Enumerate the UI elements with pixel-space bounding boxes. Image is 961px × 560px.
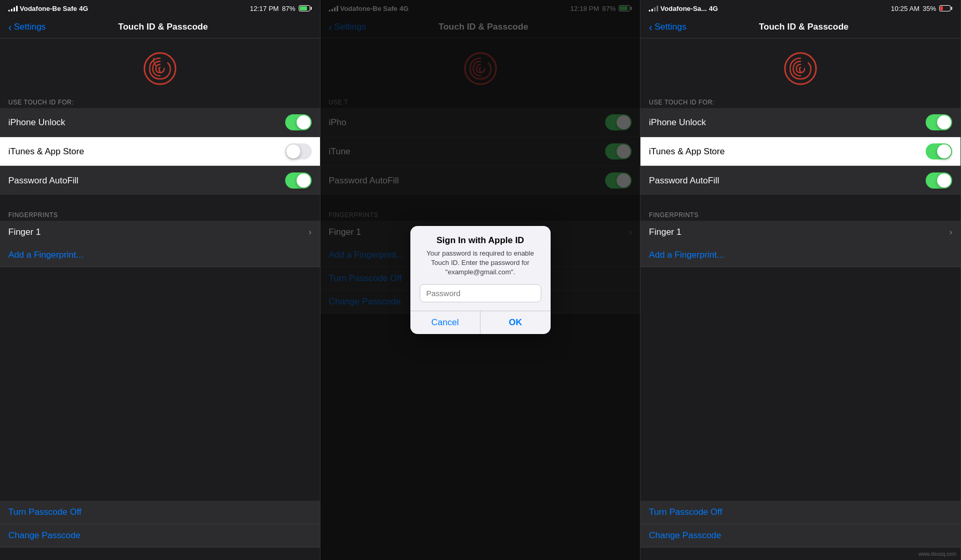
spacer-1 <box>0 267 320 501</box>
turn-passcode-off-label-3[interactable]: Turn Passcode Off <box>649 507 722 517</box>
finger1-chevron-icon-3: › <box>950 228 952 237</box>
password-autofill-row-3[interactable]: Password AutoFill <box>640 166 960 195</box>
nav-bar-3: ‹ Settings Touch ID & Passcode <box>640 16 960 38</box>
add-fingerprint-label-1[interactable]: Add a Fingerprint... <box>8 250 84 260</box>
battery-percent: 87% <box>282 5 296 12</box>
change-passcode-row-3[interactable]: Change Passcode <box>640 524 960 548</box>
battery-percent-3: 35% <box>923 5 936 12</box>
change-passcode-label-1[interactable]: Change Passcode <box>8 530 81 541</box>
finger1-label-3: Finger 1 <box>649 227 681 237</box>
divider-1a <box>0 195 320 207</box>
divider-3a <box>640 195 960 207</box>
password-autofill-label-1: Password AutoFill <box>8 176 78 186</box>
fingerprint-icon-3 <box>783 51 818 86</box>
fingerprints-group-1: Finger 1 › <box>0 221 320 244</box>
turn-passcode-off-row-3[interactable]: Turn Passcode Off <box>640 501 960 524</box>
itunes-appstore-label-1: iTunes & App Store <box>8 146 84 157</box>
nav-title-1: Touch ID & Passcode <box>15 22 312 32</box>
password-autofill-toggle-3[interactable] <box>926 172 952 189</box>
modal-buttons: Cancel OK <box>410 311 551 334</box>
signal-icon <box>8 5 18 11</box>
sign-in-modal: Sign In with Apple ID Your password is r… <box>410 226 551 335</box>
finger1-label-1: Finger 1 <box>8 227 41 237</box>
status-left-3: Vodafone-Sa... 4G <box>649 5 718 12</box>
status-right-1: 12:17 PM 87% <box>250 5 312 12</box>
back-chevron-icon: ‹ <box>8 22 12 32</box>
network-label-3: 4G <box>709 5 718 12</box>
itunes-appstore-toggle-3[interactable] <box>926 143 952 159</box>
touchid-container-3 <box>640 38 960 95</box>
modal-message: Your password is required to enable Touc… <box>420 249 541 277</box>
battery-icon-3 <box>939 5 952 11</box>
network-label: 4G <box>79 5 88 12</box>
turn-passcode-off-label-1[interactable]: Turn Passcode Off <box>8 507 82 517</box>
change-passcode-label-3[interactable]: Change Passcode <box>649 530 721 541</box>
signal-icon-3 <box>649 5 658 11</box>
spacer-3 <box>640 267 960 501</box>
finger1-row-3[interactable]: Finger 1 › <box>640 221 960 244</box>
itunes-appstore-label-3: iTunes & App Store <box>649 146 725 157</box>
nav-title-3: Touch ID & Passcode <box>655 22 952 32</box>
settings-group-1: iPhone Unlock iTunes & App Store Passwor… <box>0 108 320 195</box>
fingerprints-group-3: Finger 1 › <box>640 221 960 244</box>
password-autofill-row-1[interactable]: Password AutoFill <box>0 166 320 195</box>
status-right-3: 10:25 AM 35% <box>891 5 952 12</box>
bottom-spacer-3 <box>640 548 960 560</box>
screen-1: Vodafone-Be Safe 4G 12:17 PM 87% ‹ Setti… <box>0 0 321 560</box>
password-autofill-toggle-1[interactable] <box>285 172 312 189</box>
password-autofill-label-3: Password AutoFill <box>649 176 719 186</box>
itunes-appstore-row-1[interactable]: iTunes & App Store <box>0 137 320 166</box>
add-fingerprint-label-3[interactable]: Add a Fingerprint... <box>649 250 724 260</box>
time-label-3: 10:25 AM <box>891 5 919 12</box>
status-bar-1: Vodafone-Be Safe 4G 12:17 PM 87% <box>0 0 320 16</box>
nav-bar-1: ‹ Settings Touch ID & Passcode <box>0 16 320 38</box>
itunes-appstore-toggle-1[interactable] <box>285 143 312 159</box>
iphone-unlock-label-3: iPhone Unlock <box>649 117 706 128</box>
status-bar-3: Vodafone-Sa... 4G 10:25 AM 35% <box>640 0 960 16</box>
iphone-unlock-row-1[interactable]: iPhone Unlock <box>0 108 320 137</box>
modal-title: Sign In with Apple ID <box>420 235 541 246</box>
fingerprints-label-3: FINGERPRINTS <box>640 207 960 221</box>
screen-3: Vodafone-Sa... 4G 10:25 AM 35% ‹ Setting… <box>640 0 961 560</box>
carrier-label-3: Vodafone-Sa... <box>660 5 706 12</box>
touchid-container-1 <box>0 38 320 95</box>
fingerprints-label-1: FINGERPRINTS <box>0 207 320 221</box>
modal-ok-button[interactable]: OK <box>480 311 551 334</box>
iphone-unlock-toggle-3[interactable] <box>926 114 952 130</box>
watermark: www.deusq.com <box>918 551 956 557</box>
add-fingerprint-row-3[interactable]: Add a Fingerprint... <box>640 244 960 267</box>
modal-cancel-button[interactable]: Cancel <box>410 311 480 334</box>
time-label: 12:17 PM <box>250 5 279 12</box>
itunes-appstore-row-3[interactable]: iTunes & App Store <box>640 137 960 166</box>
finger1-chevron-icon: › <box>309 228 311 237</box>
iphone-unlock-row-3[interactable]: iPhone Unlock <box>640 108 960 137</box>
change-passcode-row-1[interactable]: Change Passcode <box>0 524 320 548</box>
status-left-1: Vodafone-Be Safe 4G <box>8 5 88 12</box>
battery-icon <box>299 5 312 11</box>
iphone-unlock-label-1: iPhone Unlock <box>8 117 65 128</box>
screen-2: Vodafone-Be Safe 4G 12:18 PM 87% ‹ Setti… <box>321 0 641 560</box>
iphone-unlock-toggle-1[interactable] <box>285 114 312 130</box>
back-chevron-icon-3: ‹ <box>649 22 652 32</box>
use-touchid-label-3: USE TOUCH ID FOR: <box>640 95 960 108</box>
turn-passcode-off-row-1[interactable]: Turn Passcode Off <box>0 501 320 524</box>
fingerprint-icon <box>142 51 178 86</box>
carrier-label: Vodafone-Be Safe <box>20 5 77 12</box>
finger1-row-1[interactable]: Finger 1 › <box>0 221 320 244</box>
use-touchid-label-1: USE TOUCH ID FOR: <box>0 95 320 108</box>
add-fingerprint-row-1[interactable]: Add a Fingerprint... <box>0 244 320 267</box>
bottom-spacer-1 <box>0 548 320 560</box>
modal-overlay: Sign In with Apple ID Your password is r… <box>321 0 640 560</box>
settings-group-3: iPhone Unlock iTunes & App Store Passwor… <box>640 108 960 195</box>
password-input[interactable] <box>420 284 541 302</box>
modal-content: Sign In with Apple ID Your password is r… <box>410 226 551 311</box>
